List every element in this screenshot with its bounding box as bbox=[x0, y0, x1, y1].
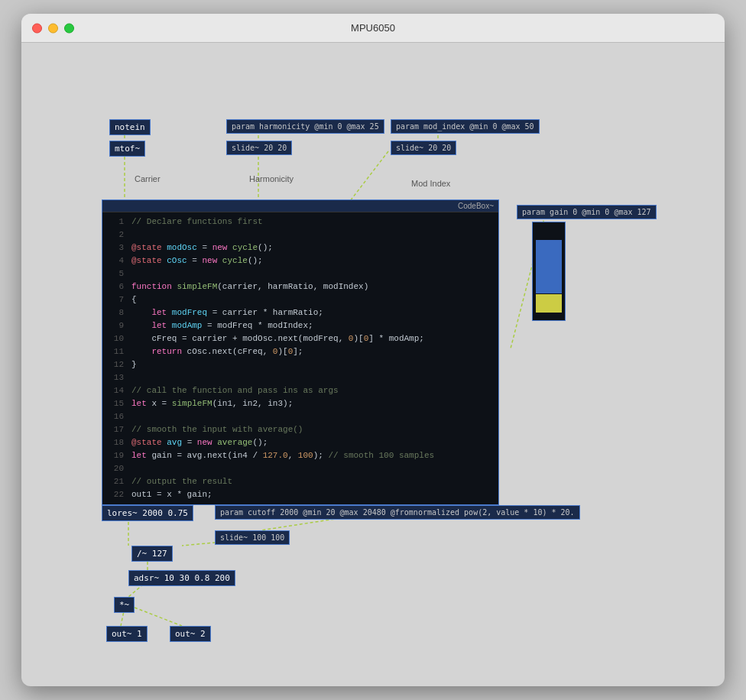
code-line-8: 8 let modFreq = carrier * harmRatio; bbox=[102, 306, 498, 319]
patch-canvas: notein mtof~ param harmonicity @min 0 @m… bbox=[21, 43, 725, 685]
mod-index-label: Mod Index bbox=[411, 179, 450, 188]
code-line-21: 21 // output the result bbox=[102, 475, 498, 488]
svg-line-14 bbox=[135, 608, 182, 626]
code-line-1: 1 // Declare functions first bbox=[102, 216, 498, 228]
notein-node[interactable]: notein bbox=[109, 119, 151, 135]
code-line-20: 20 bbox=[102, 462, 498, 475]
param-cutoff-node[interactable]: param cutoff 2000 @min 20 @max 20480 @fr… bbox=[215, 505, 580, 520]
param-mod-index-node[interactable]: param mod_index @min 0 @max 50 bbox=[391, 119, 540, 134]
code-line-19: 19 let gain = avg.next(in4 / 127.0, 100)… bbox=[102, 449, 498, 462]
param-gain-node[interactable]: param gain 0 @min 0 @max 127 bbox=[517, 205, 657, 219]
code-line-15: 15 let x = simpleFM(in1, in2, in3); bbox=[102, 397, 498, 410]
out1-node[interactable]: out~ 1 bbox=[106, 626, 148, 642]
code-line-5: 5 bbox=[102, 267, 498, 280]
codebox-body[interactable]: 1 // Declare functions first 2 3 @state … bbox=[102, 212, 498, 504]
slide-harm-node[interactable]: slide~ 20 20 bbox=[226, 141, 292, 155]
code-line-22: 22 out1 = x * gain; bbox=[102, 488, 498, 501]
minimize-button[interactable] bbox=[48, 23, 58, 33]
adsr-node[interactable]: adsr~ 10 30 0.8 200 bbox=[128, 570, 235, 586]
main-window: MPU6050 bbox=[21, 14, 725, 686]
slide-cutoff-node[interactable]: slide~ 100 100 bbox=[215, 530, 290, 545]
code-line-17: 17 // smooth the input with average() bbox=[102, 423, 498, 436]
gain-slider-blue bbox=[536, 240, 562, 293]
code-line-16: 16 bbox=[102, 410, 498, 423]
code-line-7: 7 { bbox=[102, 293, 498, 306]
mtof-node[interactable]: mtof~ bbox=[109, 141, 145, 157]
maximize-button[interactable] bbox=[64, 23, 74, 33]
traffic-lights[interactable] bbox=[32, 23, 74, 33]
code-line-2: 2 bbox=[102, 228, 498, 241]
window-title: MPU6050 bbox=[351, 22, 395, 34]
code-line-13: 13 bbox=[102, 371, 498, 384]
code-line-18: 18 @state avg = new average(); bbox=[102, 436, 498, 449]
close-button[interactable] bbox=[32, 23, 42, 33]
code-line-3: 3 @state modOsc = new cycle(); bbox=[102, 241, 498, 254]
harmonicity-label: Harmonicity bbox=[249, 174, 294, 183]
code-line-12: 12 } bbox=[102, 358, 498, 371]
code-line-6: 6 function simpleFM(carrier, harmRatio, … bbox=[102, 280, 498, 293]
carrier-label: Carrier bbox=[135, 174, 161, 183]
gain-slider-container[interactable] bbox=[532, 222, 566, 321]
code-line-4: 4 @state cOsc = new cycle(); bbox=[102, 254, 498, 267]
code-line-11: 11 return cOsc.next(cFreq, 0)[0]; bbox=[102, 345, 498, 358]
mul-tilde-node[interactable]: *~ bbox=[114, 597, 135, 613]
titlebar: MPU6050 bbox=[21, 14, 725, 43]
codebox[interactable]: CodeBox~ 1 // Declare functions first 2 … bbox=[102, 199, 499, 505]
slide-mod-node[interactable]: slide~ 20 20 bbox=[391, 141, 456, 155]
param-harmonicity-node[interactable]: param harmonicity @min 0 @max 25 bbox=[226, 119, 384, 134]
out2-node[interactable]: out~ 2 bbox=[170, 626, 211, 642]
code-line-9: 9 let modAmp = modFreq * modIndex; bbox=[102, 319, 498, 332]
div127-node[interactable]: /~ 127 bbox=[131, 546, 173, 562]
code-line-10: 10 cFreq = carrier + modOsc.next(modFreq… bbox=[102, 332, 498, 345]
gain-slider-yellow bbox=[536, 294, 562, 313]
code-line-14: 14 // call the function and pass ins as … bbox=[102, 384, 498, 397]
lores-node[interactable]: lores~ 2000 0.75 bbox=[102, 505, 193, 521]
codebox-header: CodeBox~ bbox=[102, 200, 498, 212]
